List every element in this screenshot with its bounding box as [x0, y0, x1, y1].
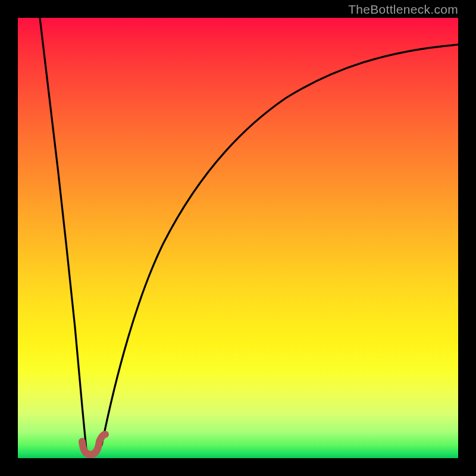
bottleneck-curve	[18, 18, 458, 458]
curve-right-branch	[102, 45, 458, 445]
chart-frame: TheBottleneck.com	[0, 0, 476, 476]
watermark-text: TheBottleneck.com	[348, 2, 458, 17]
plot-area	[18, 18, 458, 458]
curve-left-branch	[40, 18, 86, 449]
